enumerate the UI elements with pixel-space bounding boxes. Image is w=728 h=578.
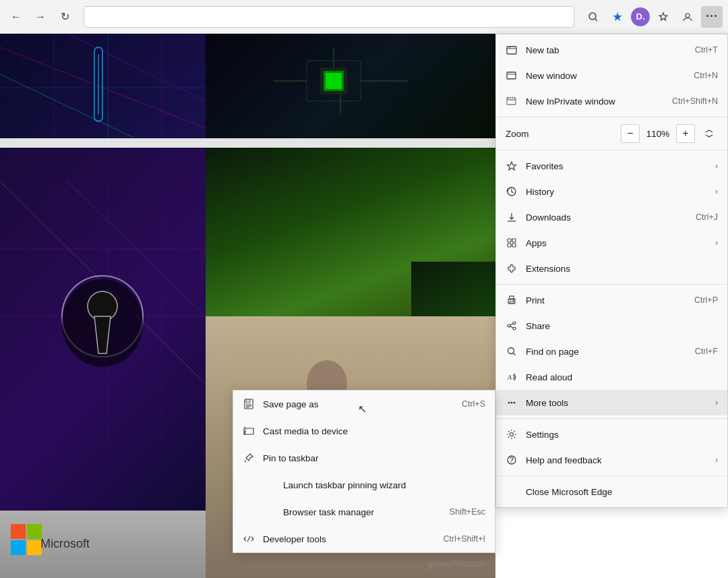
more-tools-arrow: › — [715, 398, 718, 407]
cast-media-label: Cast media to device — [263, 426, 485, 436]
find-on-page-icon — [506, 345, 518, 357]
svg-marker-2 — [659, 13, 667, 20]
history-item[interactable]: History › — [496, 179, 727, 204]
new-inprivate-item[interactable]: New InPrivate window Ctrl+Shift+N — [496, 88, 727, 114]
menu-section-new: New tab Ctrl+T New window Ctrl+N New InP… — [496, 34, 727, 117]
svg-rect-51 — [512, 239, 516, 242]
find-on-page-label: Find on page — [526, 347, 690, 357]
launch-wizard-item[interactable]: Launch taskbar pinning wizard — [233, 471, 495, 498]
svg-line-1 — [595, 19, 597, 21]
developer-tools-item[interactable]: Developer tools Ctrl+Shift+I — [233, 525, 495, 552]
svg-point-66 — [508, 402, 510, 404]
svg-point-3 — [686, 13, 690, 18]
zoom-expand-button[interactable] — [700, 125, 718, 142]
browser-task-manager-shortcut: Shift+Esc — [450, 507, 485, 517]
browser-task-manager-item[interactable]: Browser task manager Shift+Esc — [233, 498, 495, 525]
browser-toolbar: ← → ↻ ★ D. ··· — [0, 0, 728, 34]
howto-image: HOW-TO How to Check the Battery Percenta… — [206, 148, 495, 316]
print-item[interactable]: Print Ctrl+P — [496, 287, 727, 313]
cast-media-item[interactable]: Cast media to device — [233, 417, 495, 444]
svg-line-79 — [245, 461, 246, 462]
apps-item[interactable]: Apps › — [496, 230, 727, 256]
developer-tools-icon — [243, 533, 255, 545]
svg-point-63 — [508, 348, 514, 354]
svg-rect-38 — [27, 540, 42, 555]
close-edge-item[interactable]: Close Microsoft Edge — [496, 479, 727, 504]
svg-point-68 — [514, 402, 516, 404]
downloads-item[interactable]: Downloads Ctrl+J — [496, 204, 727, 230]
svg-rect-36 — [27, 524, 42, 539]
launch-wizard-icon — [263, 479, 275, 491]
more-tools-submenu: Save page as Ctrl+S Cast media to device… — [233, 390, 495, 553]
extensions-label: Extensions — [526, 264, 718, 274]
menu-section-tools: Print Ctrl+P Share Fi — [496, 285, 727, 419]
print-shortcut: Ctrl+P — [694, 295, 718, 305]
zoom-plus-button[interactable]: + — [676, 124, 695, 143]
svg-point-57 — [513, 299, 514, 301]
apps-arrow: › — [715, 238, 718, 248]
favorites-icon[interactable]: ★ — [607, 6, 628, 28]
svg-point-69 — [510, 433, 514, 436]
menu-section-close: Close Microsoft Edge — [496, 476, 727, 507]
watermark: groovyPost.com — [428, 559, 486, 569]
refresh-button[interactable]: ↻ — [54, 6, 75, 28]
back-button[interactable]: ← — [5, 6, 27, 28]
zoom-label: Zoom — [506, 129, 615, 139]
svg-point-58 — [513, 322, 516, 324]
collections-icon[interactable]: D. — [631, 7, 650, 26]
save-page-as-shortcut: Ctrl+S — [462, 399, 485, 409]
svg-point-60 — [513, 327, 516, 330]
svg-rect-39 — [507, 47, 516, 54]
share-label: Share — [526, 321, 718, 331]
downloads-shortcut: Ctrl+J — [696, 212, 718, 222]
svg-rect-18 — [326, 73, 342, 89]
profile-icon[interactable] — [677, 6, 698, 28]
top-right-image — [206, 34, 495, 138]
more-button[interactable]: ··· — [701, 6, 723, 28]
add-favorites-icon[interactable] — [653, 6, 674, 28]
svg-rect-56 — [510, 301, 514, 304]
launch-wizard-label: Launch taskbar pinning wizard — [283, 480, 485, 490]
more-tools-icon — [506, 397, 518, 409]
more-tools-label: More tools — [526, 398, 711, 408]
svg-rect-12 — [98, 54, 99, 115]
read-aloud-icon: A — [506, 371, 518, 383]
address-bar[interactable] — [84, 6, 574, 28]
help-item[interactable]: Help and feedback › — [496, 447, 727, 473]
share-item[interactable]: Share — [496, 313, 727, 339]
help-label: Help and feedback — [526, 455, 711, 465]
browser-task-manager-label: Browser task manager — [283, 507, 450, 517]
settings-item[interactable]: Settings — [496, 422, 727, 447]
favorites-item[interactable]: Favorites › — [496, 153, 727, 179]
new-window-icon — [506, 69, 518, 82]
search-icon[interactable] — [582, 6, 604, 28]
cast-media-icon — [243, 425, 255, 437]
forward-button[interactable]: → — [30, 6, 51, 28]
settings-icon — [506, 428, 518, 440]
favorites-icon — [506, 160, 518, 172]
favorites-arrow: › — [715, 161, 718, 171]
new-tab-label: New tab — [526, 45, 690, 55]
svg-line-10 — [67, 34, 206, 101]
downloads-label: Downloads — [526, 212, 690, 223]
extensions-item[interactable]: Extensions — [496, 256, 727, 281]
apps-icon — [506, 237, 518, 249]
new-window-item[interactable]: New window Ctrl+N — [496, 63, 727, 88]
svg-rect-44 — [507, 98, 516, 105]
svg-rect-32 — [411, 262, 495, 316]
settings-label: Settings — [526, 430, 718, 440]
pin-to-taskbar-item[interactable]: Pin to taskbar ↖ — [233, 444, 495, 471]
gray-band — [0, 138, 495, 148]
svg-point-0 — [589, 13, 596, 20]
more-tools-item[interactable]: More tools › — [496, 390, 727, 415]
svg-marker-46 — [508, 162, 516, 170]
svg-rect-42 — [507, 72, 516, 79]
svg-point-59 — [508, 324, 510, 327]
read-aloud-item[interactable]: A Read aloud — [496, 364, 727, 390]
close-edge-icon — [506, 486, 518, 498]
find-on-page-item[interactable]: Find on page Ctrl+F — [496, 339, 727, 364]
close-edge-label: Close Microsoft Edge — [526, 487, 718, 497]
new-tab-item[interactable]: New tab Ctrl+T — [496, 37, 727, 63]
zoom-minus-button[interactable]: − — [621, 124, 640, 143]
menu-section-settings: Settings Help and feedback › — [496, 419, 727, 476]
